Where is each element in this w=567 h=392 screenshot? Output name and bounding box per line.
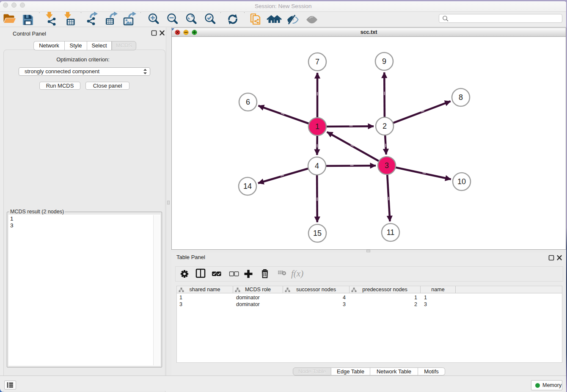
svg-text:10: 10 <box>457 177 466 186</box>
svg-text:7: 7 <box>315 58 319 66</box>
svg-text:14: 14 <box>243 182 252 190</box>
svg-text:f(x): f(x) <box>291 268 303 279</box>
svg-text:6: 6 <box>246 98 250 106</box>
svg-text:8: 8 <box>459 93 463 102</box>
svg-text:15: 15 <box>313 229 322 237</box>
svg-text:11: 11 <box>387 228 395 237</box>
svg-text:3: 3 <box>385 161 389 170</box>
svg-text:2: 2 <box>383 122 387 130</box>
svg-text:1: 1 <box>315 122 319 131</box>
svg-text:4: 4 <box>315 162 319 170</box>
svg-text:9: 9 <box>382 57 386 66</box>
